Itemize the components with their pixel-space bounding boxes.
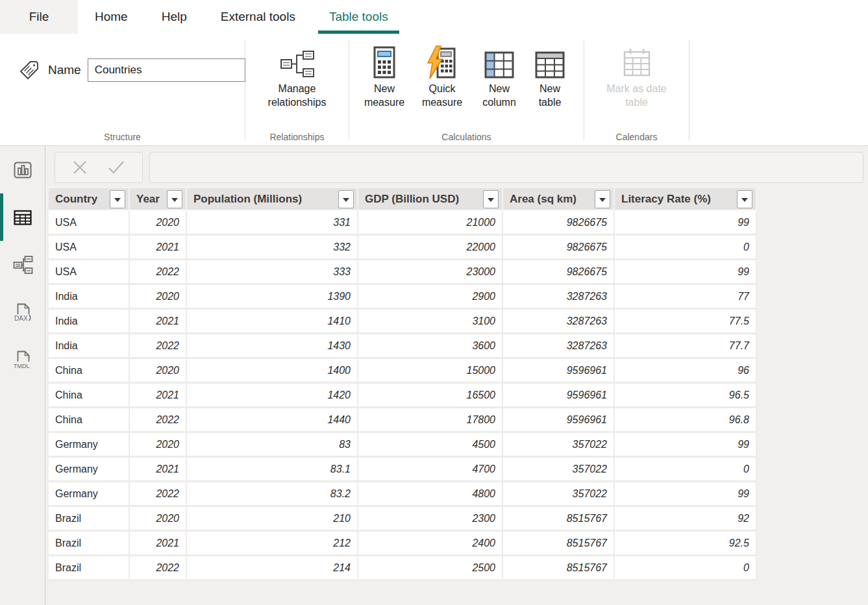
cell-country[interactable]: India (49, 310, 130, 334)
cell-literacy-rate[interactable]: 99 (615, 433, 757, 458)
cell-area[interactable]: 357022 (503, 433, 615, 458)
cell-country[interactable]: India (49, 285, 130, 310)
cell-country[interactable]: USA (49, 260, 130, 285)
cell-country[interactable]: Germany (49, 458, 130, 482)
tab-external-tools[interactable]: External tools (204, 0, 312, 34)
cell-country[interactable]: Brazil (49, 532, 130, 556)
cell-year[interactable]: 2021 (130, 532, 187, 556)
cell-year[interactable]: 2020 (130, 285, 187, 310)
formula-commit-button[interactable] (106, 159, 126, 176)
tab-home[interactable]: Home (78, 0, 145, 34)
cell-literacy-rate[interactable]: 96.5 (615, 384, 757, 408)
cell-population[interactable]: 1410 (187, 310, 358, 334)
cell-area[interactable]: 9826675 (503, 236, 615, 260)
cell-population[interactable]: 83.1 (187, 458, 358, 482)
column-dropdown-button[interactable] (110, 190, 125, 208)
cell-country[interactable]: Brazil (49, 556, 130, 581)
cell-gdp[interactable]: 16500 (358, 384, 503, 408)
formula-cancel-button[interactable] (71, 159, 88, 176)
cell-literacy-rate[interactable]: 99 (615, 482, 757, 507)
cell-gdp[interactable]: 22000 (358, 236, 503, 260)
cell-gdp[interactable]: 2300 (358, 507, 503, 532)
cell-population[interactable]: 332 (187, 236, 358, 260)
column-header-year[interactable]: Year (130, 188, 187, 211)
new-measure-button[interactable]: New measure (356, 43, 413, 109)
cell-year[interactable]: 2021 (130, 310, 187, 334)
column-dropdown-button[interactable] (737, 190, 752, 208)
cell-gdp[interactable]: 17800 (358, 408, 503, 433)
cell-population[interactable]: 214 (187, 556, 358, 581)
cell-population[interactable]: 331 (187, 211, 358, 236)
cell-area[interactable]: 3287263 (503, 334, 615, 359)
cell-country[interactable]: China (49, 359, 130, 384)
cell-area[interactable]: 9826675 (503, 211, 615, 236)
cell-year[interactable]: 2022 (130, 334, 187, 359)
cell-year[interactable]: 2022 (130, 408, 187, 433)
cell-year[interactable]: 2022 (130, 556, 187, 581)
cell-literacy-rate[interactable]: 99 (615, 211, 757, 236)
cell-gdp[interactable]: 23000 (358, 260, 503, 285)
cell-population[interactable]: 83 (187, 433, 358, 458)
cell-literacy-rate[interactable]: 96 (615, 359, 757, 384)
cell-area[interactable]: 9596961 (503, 359, 615, 384)
cell-literacy-rate[interactable]: 0 (615, 236, 757, 260)
tab-file[interactable]: File (0, 0, 78, 34)
quick-measure-button[interactable]: Quick measure (413, 43, 471, 109)
tab-help[interactable]: Help (145, 0, 204, 34)
cell-population[interactable]: 333 (187, 260, 358, 285)
cell-gdp[interactable]: 2500 (358, 556, 503, 581)
cell-literacy-rate[interactable]: 77.5 (615, 310, 757, 334)
cell-gdp[interactable]: 4700 (358, 458, 503, 482)
cell-literacy-rate[interactable]: 77.7 (615, 334, 757, 359)
cell-country[interactable]: China (49, 408, 130, 433)
new-table-button[interactable]: New table (527, 43, 573, 109)
cell-area[interactable]: 8515767 (503, 556, 615, 581)
cell-population[interactable]: 1400 (187, 359, 358, 384)
cell-area[interactable]: 9826675 (503, 260, 615, 285)
formula-input[interactable] (149, 152, 863, 183)
cell-year[interactable]: 2020 (130, 211, 187, 236)
column-header-population[interactable]: Population (Millions) (187, 188, 358, 211)
cell-literacy-rate[interactable]: 0 (615, 458, 757, 482)
new-column-button[interactable]: New column (471, 43, 527, 109)
cell-country[interactable]: China (49, 384, 130, 408)
cell-country[interactable]: Brazil (49, 507, 130, 532)
cell-population[interactable]: 212 (187, 532, 358, 556)
cell-literacy-rate[interactable]: 99 (615, 260, 757, 285)
cell-population[interactable]: 1440 (187, 408, 358, 433)
cell-area[interactable]: 8515767 (503, 532, 615, 556)
cell-gdp[interactable]: 2400 (358, 532, 503, 556)
cell-year[interactable]: 2020 (130, 433, 187, 458)
column-dropdown-button[interactable] (167, 190, 182, 208)
cell-area[interactable]: 9596961 (503, 408, 615, 433)
cell-year[interactable]: 2020 (130, 359, 187, 384)
cell-population[interactable]: 83.2 (187, 482, 358, 507)
sidebar-item-table-view[interactable] (0, 193, 45, 241)
cell-gdp[interactable]: 15000 (358, 359, 503, 384)
column-dropdown-button[interactable] (483, 190, 499, 208)
cell-population[interactable]: 1390 (187, 285, 358, 310)
cell-area[interactable]: 357022 (503, 458, 615, 482)
cell-area[interactable]: 3287263 (503, 285, 615, 310)
cell-population[interactable]: 1430 (187, 334, 358, 359)
sidebar-item-dax-query-view[interactable]: DAX (0, 288, 45, 336)
manage-relationships-button[interactable]: Manage relationships (255, 43, 340, 109)
cell-population[interactable]: 1420 (187, 384, 358, 408)
sidebar-item-model-view[interactable] (0, 241, 45, 288)
cell-country[interactable]: India (49, 334, 130, 359)
cell-literacy-rate[interactable]: 92.5 (615, 532, 757, 556)
cell-country[interactable]: USA (49, 211, 130, 236)
column-header-gdp[interactable]: GDP (Billion USD) (358, 188, 503, 211)
cell-area[interactable]: 3287263 (503, 310, 615, 334)
cell-year[interactable]: 2021 (130, 236, 187, 260)
table-name-input[interactable] (88, 58, 245, 82)
cell-country[interactable]: USA (49, 236, 130, 260)
column-dropdown-button[interactable] (338, 190, 354, 208)
column-header-country[interactable]: Country (49, 188, 130, 211)
cell-gdp[interactable]: 21000 (358, 211, 503, 236)
tab-table-tools[interactable]: Table tools (312, 0, 405, 34)
sidebar-item-report-view[interactable] (0, 146, 45, 193)
column-header-area[interactable]: Area (sq km) (503, 188, 615, 211)
cell-year[interactable]: 2021 (130, 384, 187, 408)
cell-literacy-rate[interactable]: 92 (615, 507, 757, 532)
